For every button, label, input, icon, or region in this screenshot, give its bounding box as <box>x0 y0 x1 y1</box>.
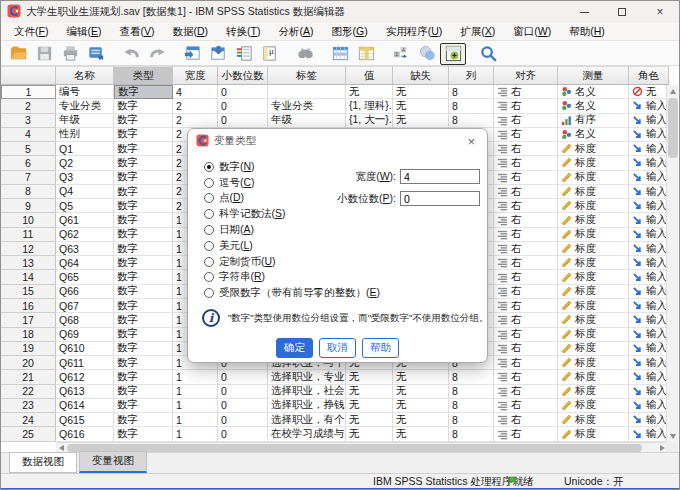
cell-columns[interactable]: 8 <box>449 99 494 113</box>
cell-align[interactable]: 右 <box>494 213 558 227</box>
cell-type[interactable]: 数字 <box>114 399 173 413</box>
menu-item[interactable]: 编辑(E) <box>57 25 110 39</box>
cell-measure[interactable]: 名义 <box>558 99 629 113</box>
cell-align[interactable]: 右 <box>494 228 558 242</box>
cell-decimals[interactable]: 0 <box>218 99 268 113</box>
scroll-up-icon[interactable] <box>667 86 678 96</box>
cell-rownum[interactable]: 12 <box>1 242 56 256</box>
cell-align[interactable]: 右 <box>494 199 558 213</box>
cell-type[interactable]: 数字 <box>114 342 173 356</box>
cell-name[interactable]: Q69 <box>56 328 114 342</box>
value-labels-icon[interactable] <box>440 43 466 65</box>
cell-role[interactable]: 输入 <box>629 399 669 413</box>
ok-button[interactable]: 确定 <box>276 338 313 358</box>
cell-missing[interactable]: 无 <box>393 427 449 441</box>
cell-align[interactable]: 右 <box>494 413 558 427</box>
cell-rownum[interactable]: 18 <box>1 328 56 342</box>
scroll-down-icon[interactable] <box>667 431 678 441</box>
menu-item[interactable]: 实用程序(U) <box>377 25 452 39</box>
cell-measure[interactable]: 标度 <box>558 185 629 199</box>
cell-role[interactable]: 输入 <box>629 185 669 199</box>
cell-label[interactable]: 年级 <box>268 114 346 128</box>
cell-measure[interactable]: 名义 <box>558 85 629 99</box>
cell-align[interactable]: 右 <box>494 142 558 156</box>
cell-role[interactable]: 输入 <box>629 256 669 270</box>
cell-name[interactable]: Q67 <box>56 299 114 313</box>
cell-role[interactable]: 输入 <box>629 285 669 299</box>
cell-values[interactable]: 无 <box>346 385 393 399</box>
menu-item[interactable]: 数据(D) <box>163 25 217 39</box>
cell-align[interactable]: 右 <box>494 427 558 441</box>
cell-decimals[interactable]: 0 <box>218 385 268 399</box>
cell-type[interactable]: 数字 <box>114 356 173 370</box>
cell-type[interactable]: 数字 <box>114 370 173 384</box>
cell-label[interactable]: 在校学习成绩与 <box>268 427 346 441</box>
cell-rownum[interactable]: 25 <box>1 427 56 441</box>
cell-width[interactable]: 2 <box>173 99 218 113</box>
cell-values[interactable]: 无 <box>346 413 393 427</box>
cell-rownum[interactable]: 3 <box>1 114 56 128</box>
cell-measure[interactable]: 标度 <box>558 399 629 413</box>
cell-label[interactable]: 专业分类 <box>268 99 346 113</box>
menu-item[interactable]: 转换(T) <box>217 25 269 39</box>
descriptive-statistics-icon[interactable]: µ <box>257 43 283 65</box>
cell-rownum[interactable]: 20 <box>1 356 56 370</box>
cell-columns[interactable]: 8 <box>449 114 494 128</box>
cell-type[interactable]: 数字 <box>114 171 173 185</box>
cell-values[interactable]: {1, 大一}... <box>346 114 393 128</box>
cell-decimals[interactable]: 0 <box>218 413 268 427</box>
cell-columns[interactable]: 8 <box>449 399 494 413</box>
cell-measure[interactable]: 标度 <box>558 385 629 399</box>
cell-name[interactable]: 性别 <box>56 128 114 142</box>
redo-icon[interactable] <box>144 43 170 65</box>
cell-role[interactable]: 输入 <box>629 370 669 384</box>
cell-name[interactable]: Q610 <box>56 342 114 356</box>
menu-item[interactable]: 窗口(W) <box>504 25 560 39</box>
cell-role[interactable]: 输入 <box>629 299 669 313</box>
column-header[interactable] <box>1 66 56 85</box>
cell-rownum[interactable]: 17 <box>1 313 56 327</box>
cell-role[interactable]: 输入 <box>629 342 669 356</box>
cell-name[interactable]: Q3 <box>56 171 114 185</box>
cell-width[interactable]: 2 <box>173 114 218 128</box>
cell-role[interactable]: 输入 <box>629 228 669 242</box>
cell-rownum[interactable]: 21 <box>1 370 56 384</box>
cancel-button[interactable]: 取消 <box>319 338 356 358</box>
cell-name[interactable]: Q612 <box>56 370 114 384</box>
cell-missing[interactable]: 无 <box>393 385 449 399</box>
menu-item[interactable]: 查看(V) <box>110 25 163 39</box>
cell-align[interactable]: 右 <box>494 171 558 185</box>
search-icon[interactable] <box>475 43 501 65</box>
cell-name[interactable]: Q2 <box>56 156 114 170</box>
menu-item[interactable]: 帮助(H) <box>560 25 614 39</box>
cell-align[interactable]: 右 <box>494 399 558 413</box>
cell-type[interactable]: 数字 <box>114 85 173 99</box>
cell-rownum[interactable]: 8 <box>1 185 56 199</box>
cell-columns[interactable]: 8 <box>449 427 494 441</box>
cell-align[interactable]: 右 <box>494 370 558 384</box>
cell-rownum[interactable]: 19 <box>1 342 56 356</box>
cell-values[interactable]: 无 <box>346 370 393 384</box>
cell-width[interactable]: 1 <box>173 370 218 384</box>
cell-rownum[interactable]: 23 <box>1 399 56 413</box>
cell-role[interactable]: 无 <box>629 85 669 99</box>
cell-width[interactable]: 1 <box>173 399 218 413</box>
cell-role[interactable]: 输入 <box>629 171 669 185</box>
cell-name[interactable]: Q64 <box>56 256 114 270</box>
cell-type[interactable]: 数字 <box>114 313 173 327</box>
cell-type[interactable]: 数字 <box>114 256 173 270</box>
cell-columns[interactable]: 8 <box>449 413 494 427</box>
cell-rownum[interactable]: 16 <box>1 299 56 313</box>
cell-type[interactable]: 数字 <box>114 199 173 213</box>
cell-columns[interactable]: 8 <box>449 385 494 399</box>
horizontal-scrollbar[interactable] <box>56 442 668 452</box>
cell-name[interactable]: Q65 <box>56 270 114 284</box>
cell-name[interactable]: Q614 <box>56 399 114 413</box>
cell-align[interactable]: 右 <box>494 156 558 170</box>
cell-type[interactable]: 数字 <box>114 142 173 156</box>
save-file-icon[interactable] <box>31 43 57 65</box>
cell-role[interactable]: 输入 <box>629 328 669 342</box>
vertical-scrollbar[interactable] <box>666 85 678 442</box>
cell-label[interactable]: 选择职业，专业... <box>268 370 346 384</box>
radio-option[interactable]: 字符串(R) <box>204 270 380 286</box>
